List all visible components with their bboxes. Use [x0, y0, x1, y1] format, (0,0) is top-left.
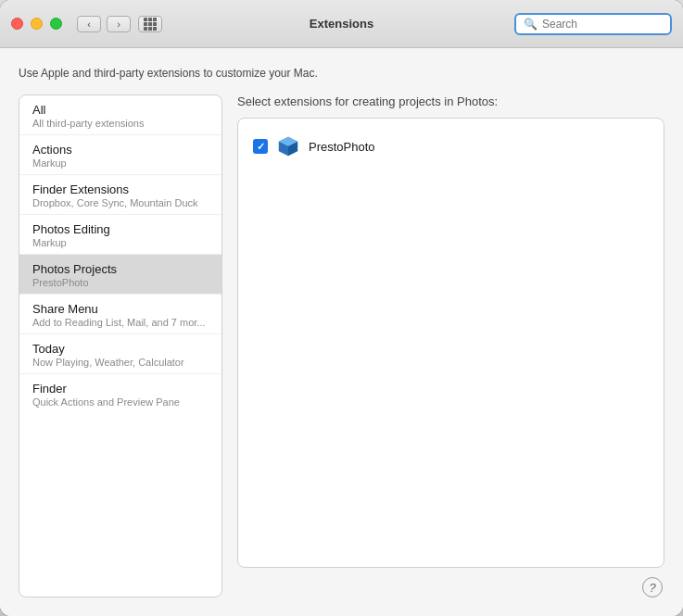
- content-area: Use Apple and third-party extensions to …: [0, 48, 683, 616]
- traffic-lights: [11, 18, 62, 30]
- sidebar-item-finder[interactable]: Finder Quick Actions and Preview Pane: [19, 374, 221, 413]
- sidebar-item-photos-editing[interactable]: Photos Editing Markup: [19, 215, 221, 255]
- sidebar: All All third-party extensions Actions M…: [19, 94, 222, 597]
- minimize-button[interactable]: [31, 18, 43, 30]
- extension-name: PrestoPhoto: [309, 140, 375, 154]
- titlebar: ‹ › Extensions 🔍: [0, 0, 683, 48]
- sidebar-item-all[interactable]: All All third-party extensions: [19, 95, 221, 135]
- grid-button[interactable]: [138, 16, 162, 32]
- prestophoto-icon: [277, 135, 299, 157]
- search-input[interactable]: [542, 18, 663, 31]
- description-text: Use Apple and third-party extensions to …: [19, 67, 664, 80]
- nav-buttons: ‹ ›: [77, 16, 131, 32]
- search-box[interactable]: 🔍: [514, 13, 672, 35]
- help-button[interactable]: ?: [642, 577, 663, 597]
- forward-button[interactable]: ›: [107, 16, 131, 32]
- main-area: All All third-party extensions Actions M…: [19, 94, 664, 597]
- close-button[interactable]: [11, 18, 23, 30]
- maximize-button[interactable]: [50, 18, 62, 30]
- panel-title: Select extensions for creating projects …: [237, 94, 664, 108]
- right-panel: Select extensions for creating projects …: [237, 94, 664, 597]
- window-title: Extensions: [310, 17, 373, 31]
- check-icon: ✓: [257, 141, 265, 153]
- sidebar-item-photos-projects[interactable]: Photos Projects PrestoPhoto: [19, 255, 221, 295]
- window: ‹ › Extensions 🔍 Use Apple and third-par…: [0, 0, 683, 616]
- bottom-row: ?: [237, 577, 664, 597]
- prestophoto-checkbox[interactable]: ✓: [253, 139, 268, 154]
- sidebar-item-today[interactable]: Today Now Playing, Weather, Calculator: [19, 334, 221, 374]
- sidebar-item-finder-extensions[interactable]: Finder Extensions Dropbox, Core Sync, Mo…: [19, 175, 221, 215]
- extensions-box: ✓ PrestoPhoto: [237, 118, 664, 568]
- search-icon: 🔍: [524, 18, 538, 31]
- sidebar-item-share-menu[interactable]: Share Menu Add to Reading List, Mail, an…: [19, 295, 221, 334]
- back-button[interactable]: ‹: [77, 16, 101, 32]
- grid-icon: [144, 18, 157, 31]
- sidebar-item-actions[interactable]: Actions Markup: [19, 135, 221, 175]
- extension-item-prestophoto: ✓ PrestoPhoto: [249, 130, 652, 163]
